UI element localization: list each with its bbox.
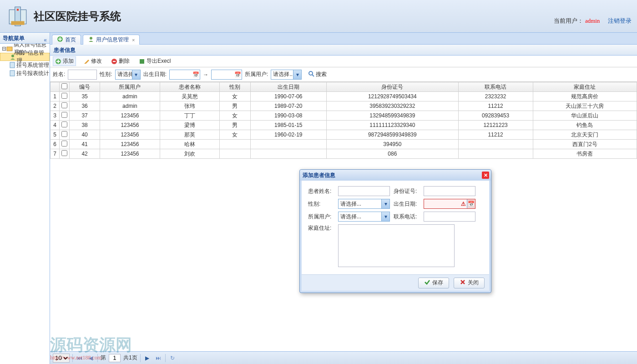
tab-label: 首页 — [65, 36, 76, 44]
svg-rect-4 — [7, 47, 12, 51]
close-icon[interactable]: × — [132, 37, 135, 43]
tool-label: 删除 — [119, 57, 130, 65]
row-checkbox[interactable] — [60, 149, 70, 159]
dialog-footer: 保存 关闭 — [302, 274, 489, 291]
refresh-button[interactable]: ↻ — [168, 354, 177, 362]
checkbox-header[interactable] — [60, 82, 70, 92]
table-row[interactable]: 2 36 admin 张玮 男 1989-07-20 3958392303292… — [51, 101, 637, 111]
delete-button[interactable]: 删除 — [109, 57, 131, 66]
collapse-icon[interactable]: « — [44, 35, 47, 46]
table-row[interactable]: 3 37 123456 丁丁 女 1990-03-08 132948599349… — [51, 111, 637, 121]
cell-tel: 092839453 — [458, 111, 533, 121]
svg-rect-3 — [11, 21, 24, 25]
check-icon — [424, 279, 430, 287]
cell-addr: 书房斋 — [533, 149, 637, 159]
cell-name: 那英 — [160, 130, 220, 140]
row-checkbox[interactable] — [60, 121, 70, 130]
dialog-title-bar[interactable]: 添加患者信息 ✕ — [300, 170, 491, 181]
owner-select[interactable]: 请选择... ▾ — [271, 70, 302, 80]
chevron-down-icon: ▾ — [132, 70, 140, 79]
patient-name-input[interactable] — [338, 186, 390, 196]
sidebar-title-text: 导航菜单 — [3, 35, 25, 41]
sidebar-item-user-mgmt[interactable]: 用户信息管理 — [0, 53, 50, 61]
row-checkbox[interactable] — [60, 101, 70, 111]
tree-toggle-icon[interactable]: ⊟ — [2, 46, 6, 52]
tool-label: 添加 — [63, 57, 74, 65]
calendar-icon: 📅 — [467, 199, 475, 208]
cell-owner: 123456 — [100, 149, 160, 159]
cell-name: 吴莫愁 — [160, 92, 220, 101]
prev-page-button[interactable]: ◀ — [86, 354, 95, 362]
cell-tel: 12121223 — [458, 121, 533, 130]
first-page-button[interactable]: ⏮ — [76, 354, 84, 362]
birth-from-input[interactable]: 📅 — [169, 70, 200, 80]
row-number: 4 — [51, 121, 60, 130]
svg-point-5 — [11, 55, 14, 57]
cell-tel: 11212 — [458, 130, 533, 140]
last-page-button[interactable]: ⏭ — [154, 354, 162, 362]
cell-tel — [458, 140, 533, 149]
search-btn-label: 搜索 — [316, 71, 327, 78]
save-button[interactable]: 保存 — [418, 278, 449, 288]
tab-user-mgmt[interactable]: 用户信息管理 × — [83, 35, 140, 45]
cell-tel — [458, 149, 533, 159]
sidebar-item-report[interactable]: 挂号报表统计 — [0, 69, 50, 77]
page-input[interactable] — [109, 354, 121, 362]
table-row[interactable]: 5 40 123456 那英 女 1960-02-19 987294859934… — [51, 130, 637, 140]
row-number: 1 — [51, 92, 60, 101]
column-header[interactable]: 身份证号 — [327, 82, 459, 92]
idno-input[interactable] — [424, 186, 475, 196]
close-icon[interactable]: ✕ — [482, 172, 489, 179]
cell-sex: 男 — [220, 101, 250, 111]
column-header[interactable]: 出生日期 — [250, 82, 327, 92]
logout-link[interactable]: 注销登录 — [608, 17, 632, 24]
tel-input[interactable] — [424, 212, 475, 222]
panel-title: 患者信息 — [50, 45, 637, 56]
table-row[interactable]: 1 35 admin 吴莫愁 女 1990-07-06 121292874950… — [51, 92, 637, 101]
cell-idno: 086 — [327, 149, 459, 159]
table-row[interactable]: 6 41 123456 哈林 394950 西直门2号 — [51, 140, 637, 149]
cell-owner: 123456 — [100, 121, 160, 130]
cell-sex: 女 — [220, 130, 250, 140]
cell-owner: 123456 — [100, 130, 160, 140]
tab-home[interactable]: 首页 — [52, 35, 81, 45]
row-number: 2 — [51, 101, 60, 111]
row-checkbox[interactable] — [60, 92, 70, 101]
table-row[interactable]: 7 42 123456 刘欢 086 书房斋 — [51, 149, 637, 159]
birth-date-input[interactable]: ⚠📅 — [424, 199, 475, 209]
delete-icon — [111, 58, 117, 65]
separator — [72, 354, 73, 362]
sidebar-item-reg-mgmt[interactable]: 挂号系统管理 — [0, 61, 50, 69]
owner-label: 所属用户: — [245, 71, 268, 78]
svg-rect-7 — [10, 71, 15, 76]
name-input[interactable] — [68, 70, 97, 80]
tel-label: 联系电话: — [394, 213, 422, 221]
row-checkbox[interactable] — [60, 130, 70, 140]
cell-idno: 111111123329340 — [327, 121, 459, 130]
row-checkbox[interactable] — [60, 111, 70, 121]
addr-textarea[interactable] — [338, 224, 455, 267]
birth-to-input[interactable]: 📅 — [211, 70, 242, 80]
column-header[interactable]: 联系电话 — [458, 82, 533, 92]
row-number: 6 — [51, 140, 60, 149]
column-header[interactable]: 患者名称 — [160, 82, 220, 92]
cell-addr: 规范高房价 — [533, 92, 637, 101]
sex-select[interactable]: 请选择...▾ — [338, 199, 390, 209]
owner-select[interactable]: 请选择...▾ — [338, 212, 390, 222]
export-button[interactable]: 导出Execl — [137, 57, 172, 66]
column-header[interactable]: 编号 — [70, 82, 100, 92]
page-size-select[interactable]: 10 — [53, 354, 70, 363]
table-row[interactable]: 4 38 123456 梁博 男 1985-01-15 111111123329… — [51, 121, 637, 130]
svg-point-9 — [90, 37, 92, 40]
search-button[interactable]: 搜索 — [308, 71, 327, 78]
edit-button[interactable]: 修改 — [81, 57, 104, 66]
column-header[interactable]: 性别 — [220, 82, 250, 92]
add-button[interactable]: 添加 — [53, 56, 76, 66]
next-page-button[interactable]: ▶ — [143, 354, 152, 362]
sex-select[interactable]: 请选择... ▾ — [115, 70, 141, 80]
cell-id: 37 — [70, 111, 100, 121]
row-checkbox[interactable] — [60, 140, 70, 149]
column-header[interactable]: 所属用户 — [100, 82, 160, 92]
close-button[interactable]: 关闭 — [454, 278, 485, 288]
column-header[interactable]: 家庭住址 — [533, 82, 637, 92]
